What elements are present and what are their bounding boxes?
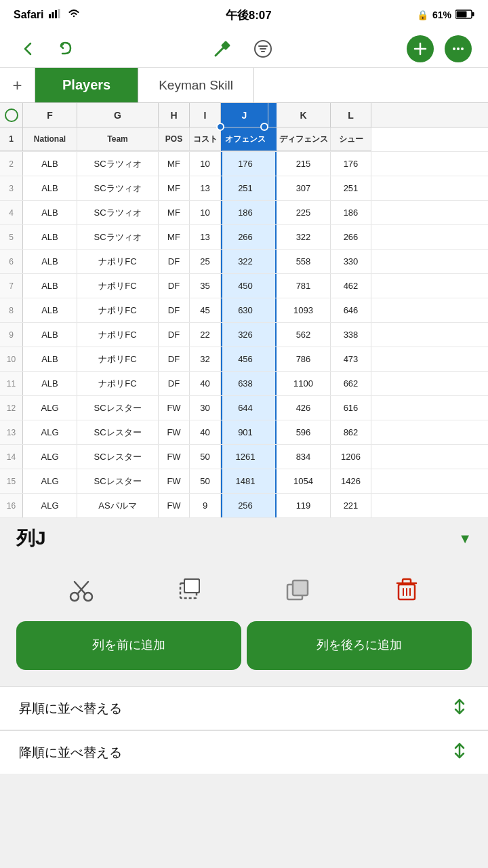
cell-pos[interactable]: FW <box>159 420 190 444</box>
cell-pos[interactable]: FW <box>159 469 190 493</box>
paste-button[interactable] <box>278 570 319 610</box>
cell-team[interactable]: SCラツィオ <box>77 201 159 224</box>
cell-defense[interactable]: 215 <box>277 152 331 176</box>
add-button[interactable] <box>407 35 434 62</box>
col-header-h[interactable]: H <box>159 103 190 127</box>
cell-cost[interactable]: 10 <box>190 152 221 176</box>
cell-national[interactable]: ALB <box>23 298 77 322</box>
cell-shoot[interactable]: 251 <box>331 176 371 200</box>
cell-defense[interactable]: 786 <box>277 347 331 371</box>
cell-cost[interactable]: 25 <box>190 250 221 273</box>
cell-offense[interactable]: 176 <box>221 152 268 176</box>
sort-descending-row[interactable]: 降順に並べ替える <box>0 730 488 774</box>
cell-defense[interactable]: 119 <box>277 494 331 517</box>
col-header-f[interactable]: F <box>23 103 77 127</box>
cell-cost[interactable]: 9 <box>190 494 221 517</box>
cell-shoot[interactable]: 266 <box>331 225 371 249</box>
cell-cost[interactable]: 40 <box>190 372 221 395</box>
cell-national[interactable]: ALB <box>23 152 77 176</box>
add-column-after-button[interactable]: 列を後ろに 追加 <box>247 621 472 670</box>
cell-team[interactable]: ナポリFC <box>77 274 159 298</box>
cell-shoot[interactable]: 176 <box>331 152 371 176</box>
cell-defense[interactable]: 1100 <box>277 372 331 395</box>
cell-defense[interactable]: 562 <box>277 323 331 347</box>
more-button[interactable] <box>445 35 472 62</box>
col-header-j[interactable]: J <box>221 103 268 127</box>
cell-shoot[interactable]: 338 <box>331 323 371 347</box>
cell-pos[interactable]: DF <box>159 372 190 395</box>
delete-button[interactable] <box>386 570 427 610</box>
cell-national[interactable]: ALG <box>23 445 77 469</box>
cell-defense[interactable]: 781 <box>277 274 331 298</box>
cell-team[interactable]: ナポリFC <box>77 347 159 371</box>
cell-shoot[interactable]: 862 <box>331 420 371 444</box>
cut-button[interactable] <box>61 570 102 610</box>
cell-pos[interactable]: DF <box>159 274 190 298</box>
cell-national[interactable]: ALB <box>23 250 77 273</box>
cell-team[interactable]: ナポリFC <box>77 298 159 322</box>
cell-national[interactable]: ALG <box>23 469 77 493</box>
cell-national[interactable]: ALB <box>23 347 77 371</box>
hammer-icon-button[interactable] <box>210 37 235 61</box>
cell-pos[interactable]: MF <box>159 201 190 224</box>
cell-defense[interactable]: 596 <box>277 420 331 444</box>
cell-national[interactable]: ALB <box>23 201 77 224</box>
dropdown-arrow-icon[interactable]: ▼ <box>458 531 472 547</box>
cell-defense[interactable]: 1054 <box>277 469 331 493</box>
cell-defense[interactable]: 834 <box>277 445 331 469</box>
col-header-l[interactable]: L <box>331 103 371 127</box>
cell-national[interactable]: ALB <box>23 176 77 200</box>
cell-shoot[interactable]: 1426 <box>331 469 371 493</box>
cell-shoot[interactable]: 330 <box>331 250 371 273</box>
cell-cost[interactable]: 40 <box>190 420 221 444</box>
cell-pos[interactable]: MF <box>159 176 190 200</box>
cell-cost[interactable]: 30 <box>190 396 221 420</box>
cell-pos[interactable]: DF <box>159 323 190 347</box>
cell-offense[interactable]: 266 <box>221 225 268 249</box>
cell-team[interactable]: SCラツィオ <box>77 225 159 249</box>
cell-team[interactable]: SCレスター <box>77 420 159 444</box>
cell-team[interactable]: ナポリFC <box>77 323 159 347</box>
cell-shoot[interactable]: 616 <box>331 396 371 420</box>
cell-national[interactable]: ALB <box>23 225 77 249</box>
cell-pos[interactable]: DF <box>159 298 190 322</box>
cell-offense[interactable]: 1261 <box>221 445 268 469</box>
cell-defense[interactable]: 307 <box>277 176 331 200</box>
cell-offense[interactable]: 322 <box>221 250 268 273</box>
cell-defense[interactable]: 1093 <box>277 298 331 322</box>
tab-add-button[interactable]: + <box>0 68 35 102</box>
cell-national[interactable]: ALB <box>23 372 77 395</box>
cell-shoot[interactable]: 221 <box>331 494 371 517</box>
cell-team[interactable]: ナポリFC <box>77 372 159 395</box>
cell-pos[interactable]: FW <box>159 494 190 517</box>
cell-cost[interactable]: 50 <box>190 445 221 469</box>
cell-cost[interactable]: 32 <box>190 347 221 371</box>
cell-cost[interactable]: 22 <box>190 323 221 347</box>
cell-national[interactable]: ALG <box>23 494 77 517</box>
cell-cost[interactable]: 35 <box>190 274 221 298</box>
copy-selection-button[interactable] <box>169 570 210 610</box>
cell-team[interactable]: ASパルマ <box>77 494 159 517</box>
cell-shoot[interactable]: 646 <box>331 298 371 322</box>
cell-defense[interactable]: 322 <box>277 225 331 249</box>
cell-cost[interactable]: 10 <box>190 201 221 224</box>
cell-offense[interactable]: 1481 <box>221 469 268 493</box>
back-button[interactable] <box>16 37 41 61</box>
cell-team[interactable]: SCレスター <box>77 469 159 493</box>
cell-offense[interactable]: 251 <box>221 176 268 200</box>
cell-offense[interactable]: 901 <box>221 420 268 444</box>
filter-button[interactable] <box>251 37 275 61</box>
cell-national[interactable]: ALB <box>23 323 77 347</box>
cell-cost[interactable]: 13 <box>190 176 221 200</box>
col-header-g[interactable]: G <box>77 103 159 127</box>
cell-offense[interactable]: 186 <box>221 201 268 224</box>
cell-offense[interactable]: 450 <box>221 274 268 298</box>
cell-team[interactable]: SCレスター <box>77 396 159 420</box>
resize-handle-left[interactable] <box>216 123 224 131</box>
cell-offense[interactable]: 256 <box>221 494 268 517</box>
cell-offense[interactable]: 644 <box>221 396 268 420</box>
sort-ascending-row[interactable]: 昇順に並べ替える <box>0 686 488 730</box>
cell-national[interactable]: ALB <box>23 274 77 298</box>
cell-defense[interactable]: 225 <box>277 201 331 224</box>
cell-pos[interactable]: FW <box>159 445 190 469</box>
